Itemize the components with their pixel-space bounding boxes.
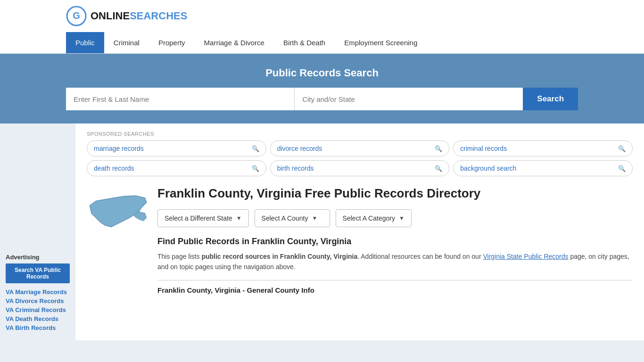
tag-marriage-records[interactable]: marriage records 🔍 bbox=[87, 140, 266, 156]
directory-info: Franklin County, Virginia Free Public Re… bbox=[157, 186, 633, 294]
dropdown-row: Select a Different State ▼ Select A Coun… bbox=[157, 209, 633, 227]
chevron-down-icon: ▼ bbox=[312, 215, 317, 222]
search-icon: 🔍 bbox=[435, 145, 442, 152]
ad-button[interactable]: Search VA Public Records bbox=[6, 263, 70, 283]
list-item[interactable]: VA Marriage Records bbox=[6, 288, 70, 296]
state-dropdown[interactable]: Select a Different State ▼ bbox=[157, 209, 249, 227]
nav-item-marriage[interactable]: Marriage & Divorce bbox=[195, 32, 274, 53]
search-banner-title: Public Records Search bbox=[66, 67, 578, 79]
nav-item-employment[interactable]: Employment Screening bbox=[335, 32, 427, 53]
search-banner: Public Records Search Search bbox=[0, 54, 644, 123]
tag-criminal-records[interactable]: criminal records 🔍 bbox=[453, 140, 633, 156]
logo-icon: G bbox=[66, 6, 87, 26]
location-input[interactable] bbox=[295, 88, 523, 110]
county-dropdown[interactable]: Select A County ▼ bbox=[255, 209, 330, 227]
virginia-records-link[interactable]: Virginia State Public Records bbox=[483, 253, 568, 260]
header: G ONLINESEARCHES bbox=[0, 0, 644, 32]
logo-text: ONLINESEARCHES bbox=[91, 10, 187, 22]
search-button[interactable]: Search bbox=[523, 88, 578, 110]
list-item[interactable]: VA Divorce Records bbox=[6, 297, 70, 304]
nav-item-criminal[interactable]: Criminal bbox=[104, 32, 149, 53]
virginia-map-svg bbox=[87, 186, 148, 238]
tag-death-records[interactable]: death records 🔍 bbox=[87, 160, 266, 176]
content-area: Advertising Search VA Public Records VA … bbox=[0, 123, 644, 340]
name-input[interactable] bbox=[66, 88, 295, 110]
directory-section: Franklin County, Virginia Free Public Re… bbox=[87, 186, 633, 294]
nav-item-property[interactable]: Property bbox=[149, 32, 195, 53]
search-tags: marriage records 🔍 divorce records 🔍 cri… bbox=[87, 140, 633, 176]
chevron-down-icon: ▼ bbox=[399, 215, 405, 222]
svg-text:G: G bbox=[73, 10, 80, 21]
tag-divorce-records[interactable]: divorce records 🔍 bbox=[270, 140, 450, 156]
search-icon: 🔍 bbox=[618, 145, 626, 152]
main-content: SPONSORED SEARCHES marriage records 🔍 di… bbox=[75, 123, 644, 340]
list-item[interactable]: VA Death Records bbox=[6, 315, 70, 322]
category-dropdown-label: Select A Category bbox=[343, 214, 395, 222]
directory-title: Franklin County, Virginia Free Public Re… bbox=[157, 186, 633, 202]
list-item[interactable]: VA Criminal Records bbox=[6, 306, 70, 313]
category-dropdown[interactable]: Select A Category ▼ bbox=[336, 209, 412, 227]
nav: Public Criminal Property Marriage & Divo… bbox=[0, 32, 644, 54]
search-icon: 🔍 bbox=[435, 165, 442, 172]
nav-item-public[interactable]: Public bbox=[66, 32, 104, 53]
sponsored-label: SPONSORED SEARCHES bbox=[87, 131, 633, 137]
search-icon: 🔍 bbox=[618, 165, 626, 172]
advertising-label: Advertising bbox=[6, 254, 70, 261]
logo: G ONLINESEARCHES bbox=[66, 6, 187, 26]
search-form: Search bbox=[66, 88, 578, 110]
chevron-down-icon: ▼ bbox=[236, 215, 242, 222]
sidebar-links: VA Marriage Records VA Divorce Records V… bbox=[6, 288, 70, 331]
list-item[interactable]: VA Birth Records bbox=[6, 324, 70, 331]
sidebar: Advertising Search VA Public Records VA … bbox=[0, 123, 75, 340]
county-dropdown-label: Select A County bbox=[262, 214, 308, 222]
section-divider bbox=[157, 280, 633, 280]
nav-item-birth-death[interactable]: Birth & Death bbox=[274, 32, 335, 53]
tag-birth-records[interactable]: birth records 🔍 bbox=[270, 160, 450, 176]
state-map bbox=[87, 186, 148, 239]
find-text: This page lists public record sources in… bbox=[157, 251, 633, 272]
find-title: Find Public Records in Franklin County, … bbox=[157, 237, 633, 247]
search-icon: 🔍 bbox=[252, 145, 259, 152]
tag-background-search[interactable]: background search 🔍 bbox=[453, 160, 633, 176]
search-icon: 🔍 bbox=[252, 165, 259, 172]
county-info-title: Franklin County, Virginia - General Coun… bbox=[157, 286, 633, 294]
state-dropdown-label: Select a Different State bbox=[165, 214, 232, 222]
